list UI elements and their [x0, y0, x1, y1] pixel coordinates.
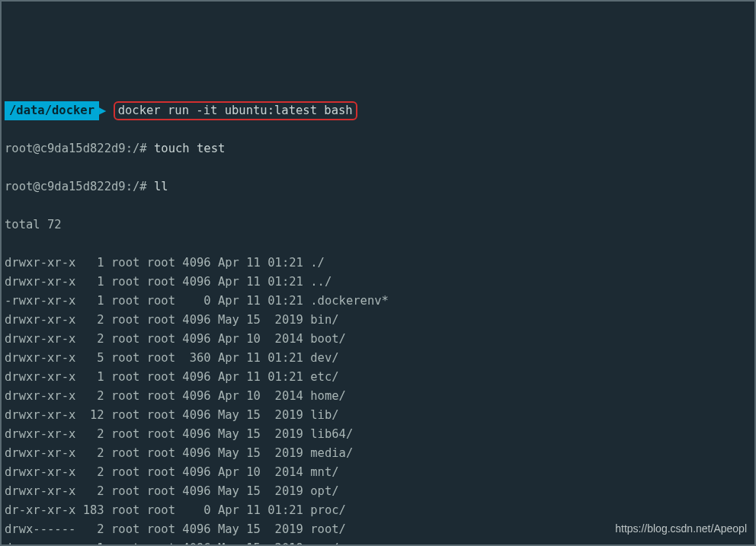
path-badge: /data/docker: [5, 101, 99, 120]
table-row: drwxr-xr-x 1 root root 4096 Apr 11 01:21…: [5, 254, 751, 273]
table-row: drwxr-xr-x 2 root root 4096 May 15 2019 …: [5, 311, 751, 330]
table-row: drwxr-xr-x 2 root root 4096 May 15 2019 …: [5, 482, 751, 501]
table-row: drwxr-xr-x 1 root root 4096 Apr 11 01:21…: [5, 368, 751, 387]
listing: drwxr-xr-x 1 root root 4096 Apr 11 01:21…: [5, 254, 751, 546]
line-prompt-host: /data/docker▶ docker run -it ubuntu:late…: [5, 101, 751, 120]
line-total: total 72: [5, 216, 751, 235]
table-row: drwxr-xr-x 2 root root 4096 May 15 2019 …: [5, 444, 751, 463]
table-row: drwxr-xr-x 2 root root 4096 Apr 10 2014 …: [5, 463, 751, 482]
terminal[interactable]: /data/docker▶ docker run -it ubuntu:late…: [2, 78, 754, 546]
table-row: drwxr-xr-x 1 root root 4096 Apr 11 01:21…: [5, 273, 751, 292]
table-row: drwxr-xr-x 2 root root 4096 Apr 10 2014 …: [5, 387, 751, 406]
line-ll: root@c9da15d822d9:/# ll: [5, 177, 751, 196]
table-row: drwxr-xr-x 2 root root 4096 Apr 10 2014 …: [5, 330, 751, 349]
highlight-docker-cmd: docker run -it ubuntu:latest bash: [114, 101, 357, 120]
table-row: drwxr-xr-x 2 root root 4096 May 15 2019 …: [5, 425, 751, 444]
arrow-icon: ▶: [99, 101, 106, 120]
table-row: drwxr-xr-x 12 root root 4096 May 15 2019…: [5, 406, 751, 425]
table-row: drwxr-xr-x 5 root root 360 Apr 11 01:21 …: [5, 349, 751, 368]
table-row: -rwxr-xr-x 1 root root 0 Apr 11 01:21 .d…: [5, 292, 751, 311]
watermark: https://blog.csdn.net/Apeopl: [615, 519, 747, 538]
table-row: dr-xr-xr-x 183 root root 0 Apr 11 01:21 …: [5, 501, 751, 520]
line-touch: root@c9da15d822d9:/# touch test: [5, 139, 751, 158]
table-row: drwxr-xr-x 1 root root 4096 May 15 2019 …: [5, 539, 751, 546]
